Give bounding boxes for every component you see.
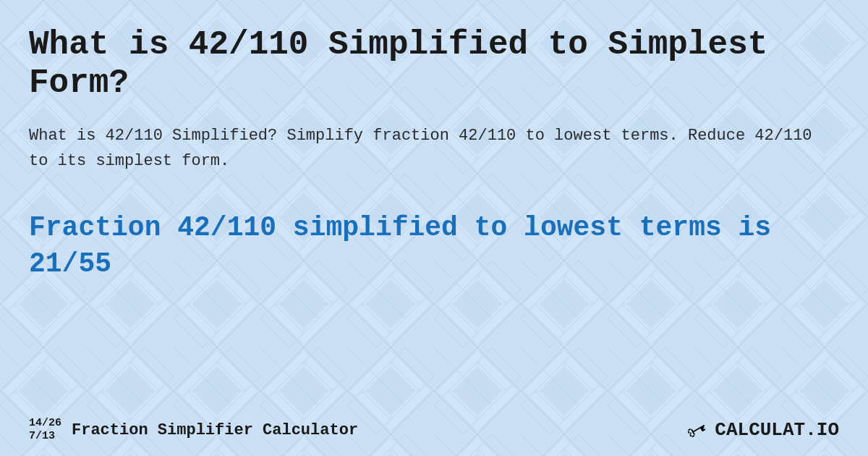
site-label: Fraction Simplifier Calculator bbox=[72, 421, 358, 439]
logo-text[interactable]: CALCULAT.IO bbox=[715, 419, 839, 441]
footer: 14/26 7/13 Fraction Simplifier Calculato… bbox=[29, 417, 839, 443]
result-title: Fraction 42/110 simplified to lowest ter… bbox=[29, 210, 839, 282]
footer-right: 🗝 CALCULAT.IO bbox=[687, 418, 839, 442]
description-text: What is 42/110 Simplified? Simplify frac… bbox=[29, 123, 839, 174]
fraction-top: 14/26 bbox=[29, 417, 61, 430]
footer-left: 14/26 7/13 Fraction Simplifier Calculato… bbox=[29, 417, 358, 443]
fraction-stack: 14/26 7/13 bbox=[29, 417, 61, 443]
fraction-bottom: 7/13 bbox=[29, 430, 61, 443]
result-section: Fraction 42/110 simplified to lowest ter… bbox=[29, 210, 839, 282]
page-title: What is 42/110 Simplified to Simplest Fo… bbox=[29, 26, 839, 103]
key-icon: 🗝 bbox=[683, 414, 712, 445]
